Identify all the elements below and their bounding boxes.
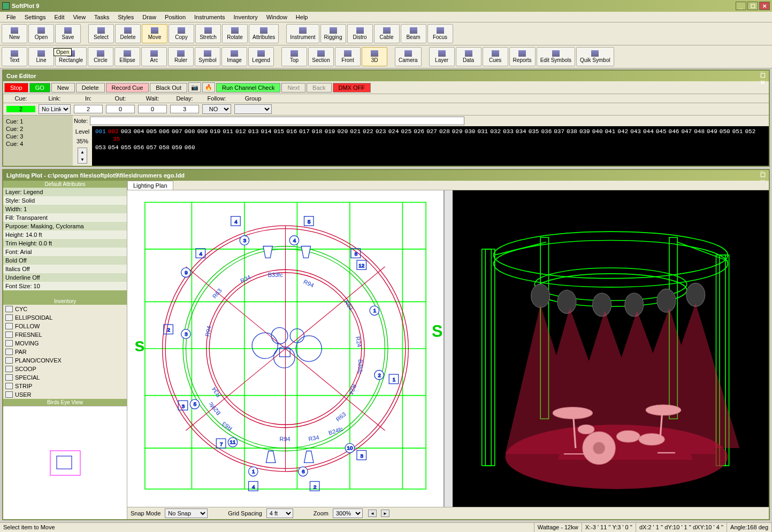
- toolbar-delete-button[interactable]: Delete: [115, 24, 141, 43]
- channel-011[interactable]: 011: [223, 128, 233, 135]
- inventory-item-moving[interactable]: MOVING: [3, 339, 127, 348]
- channel-020[interactable]: 020: [337, 128, 348, 135]
- attribute-row[interactable]: Layer: Legend: [3, 188, 127, 196]
- 3d-view[interactable]: [453, 190, 769, 507]
- toolbar-ruler-button[interactable]: Ruler: [168, 47, 194, 66]
- channel-009[interactable]: 009: [197, 128, 208, 135]
- attribute-row[interactable]: Trim Height: 0.0 ft: [3, 239, 127, 248]
- menu-tasks[interactable]: Tasks: [90, 13, 113, 21]
- menu-draw[interactable]: Draw: [138, 13, 160, 21]
- channel-013[interactable]: 013: [248, 128, 259, 135]
- run-channel-check-button[interactable]: Run Channel Check: [216, 83, 280, 92]
- channel-032[interactable]: 032: [490, 128, 501, 135]
- snapmode-select[interactable]: No Snap: [165, 508, 208, 518]
- channel-057[interactable]: 057: [146, 144, 157, 151]
- channel-024[interactable]: 024: [388, 128, 399, 135]
- toolbar-symbol-button[interactable]: Symbol: [195, 47, 220, 66]
- attribute-row[interactable]: Purpose: Masking, Cyclorama: [3, 222, 127, 230]
- channel-050[interactable]: 050: [720, 128, 730, 135]
- attribute-row[interactable]: Fill: Transparent: [3, 213, 127, 222]
- new-cue-button[interactable]: New: [51, 83, 75, 92]
- minimize-button[interactable]: _: [736, 2, 746, 10]
- inventory-item-planoconvex[interactable]: PLANO/CONVEX: [3, 356, 127, 365]
- channel-031[interactable]: 031: [477, 128, 488, 135]
- go-button[interactable]: GO: [29, 83, 50, 92]
- menu-instruments[interactable]: Instruments: [190, 13, 229, 21]
- camera-icon-button[interactable]: 📷: [188, 82, 201, 92]
- toolbar-open-button[interactable]: Open: [28, 24, 54, 43]
- channel-006[interactable]: 006: [159, 128, 170, 135]
- channel-025[interactable]: 025: [401, 128, 412, 135]
- toolbar-section-button[interactable]: Section: [308, 47, 334, 66]
- plan-canvas[interactable]: s S: [127, 190, 444, 507]
- inventory-item-par[interactable]: PAR: [3, 348, 127, 356]
- toolbar-stretch-button[interactable]: Stretch: [195, 24, 221, 43]
- birds-eye-view[interactable]: [3, 406, 127, 519]
- toolbar-3d-button[interactable]: 3D: [362, 47, 387, 66]
- menu-file[interactable]: File: [2, 13, 20, 21]
- channel-005[interactable]: 005: [146, 128, 157, 135]
- in-input[interactable]: [74, 105, 103, 113]
- zoom-left-button[interactable]: ◄: [368, 510, 377, 517]
- channel-008[interactable]: 008: [185, 128, 195, 135]
- inventory-item-follow[interactable]: FOLLOW: [3, 322, 127, 330]
- cue-list-item[interactable]: Cue: 1: [5, 118, 71, 125]
- wait-input[interactable]: [138, 105, 167, 113]
- channel-046[interactable]: 046: [669, 128, 679, 135]
- inventory-item-special[interactable]: SPECIAL: [3, 373, 127, 382]
- inventory-item-fresnel[interactable]: FRESNEL: [3, 330, 127, 339]
- channel-038[interactable]: 038: [567, 128, 577, 135]
- toolbar-reports-button[interactable]: Reports: [509, 47, 536, 66]
- out-input[interactable]: [106, 105, 135, 113]
- cue-close-button[interactable]: ✕: [760, 79, 766, 86]
- channel-027[interactable]: 027: [426, 128, 437, 135]
- toolbar-select-button[interactable]: Select: [88, 24, 114, 43]
- next-button[interactable]: Next: [281, 83, 305, 92]
- cue-list-item[interactable]: Cue: 3: [5, 133, 71, 140]
- blackout-button[interactable]: Black Out: [150, 83, 187, 92]
- link-select[interactable]: No Link: [39, 104, 71, 114]
- channel-035[interactable]: 035: [529, 128, 539, 135]
- toolbar-top-button[interactable]: Top: [281, 47, 307, 66]
- channel-007[interactable]: 007: [172, 128, 182, 135]
- lighting-plan-tab[interactable]: Lighting Plan: [127, 181, 173, 190]
- channel-045[interactable]: 045: [656, 128, 667, 135]
- toolbar-circle-button[interactable]: Circle: [88, 47, 113, 66]
- channel-004[interactable]: 004: [133, 128, 144, 135]
- toolbar-move-button[interactable]: Move: [142, 24, 167, 43]
- attribute-row[interactable]: Font: Arial: [3, 248, 127, 256]
- inventory-item-user[interactable]: USER: [3, 390, 127, 399]
- cue-maximize-button[interactable]: ☐: [760, 72, 766, 79]
- channel-041[interactable]: 041: [605, 128, 616, 135]
- channel-060[interactable]: 060: [185, 144, 195, 151]
- note-input[interactable]: [90, 117, 464, 125]
- zoom-right-button[interactable]: ►: [381, 510, 389, 517]
- channel-001[interactable]: 001: [95, 128, 106, 135]
- channel-014[interactable]: 014: [261, 128, 272, 135]
- attribute-row[interactable]: Bold Off: [3, 256, 127, 265]
- toolbar-distro-button[interactable]: Distro: [347, 24, 373, 43]
- cue-list-item[interactable]: Cue: 4: [5, 140, 71, 148]
- dmx-off-button[interactable]: DMX OFF: [333, 83, 371, 92]
- zoom-select[interactable]: 300%: [333, 508, 363, 518]
- toolbar-image-button[interactable]: Image: [221, 47, 247, 66]
- channel-033[interactable]: 033: [503, 128, 514, 135]
- level-spinner[interactable]: ▲▼: [78, 148, 87, 164]
- menu-settings[interactable]: Settings: [20, 13, 50, 21]
- grid-select[interactable]: 4 ft: [266, 508, 293, 518]
- channel-053[interactable]: 053: [95, 144, 106, 151]
- plot-maximize-button[interactable]: ☐: [760, 172, 766, 179]
- channel-010[interactable]: 010: [210, 128, 220, 135]
- toolbar-edit-symbols-button[interactable]: Edit Symbols: [537, 47, 575, 66]
- toolbar-text-button[interactable]: Text: [2, 47, 27, 66]
- attribute-row[interactable]: Underline Off: [3, 273, 127, 282]
- toolbar-attributes-button[interactable]: Attributes: [249, 24, 279, 43]
- delete-cue-button[interactable]: Delete: [76, 83, 105, 92]
- toolbar-instrument-button[interactable]: Instrument: [286, 24, 319, 43]
- toolbar-beam-button[interactable]: Beam: [401, 24, 426, 43]
- channel-042[interactable]: 042: [617, 128, 628, 135]
- channel-043[interactable]: 043: [630, 128, 641, 135]
- channel-051[interactable]: 051: [732, 128, 743, 135]
- toolbar-cable-button[interactable]: Cable: [374, 24, 400, 43]
- channel-048[interactable]: 048: [694, 128, 705, 135]
